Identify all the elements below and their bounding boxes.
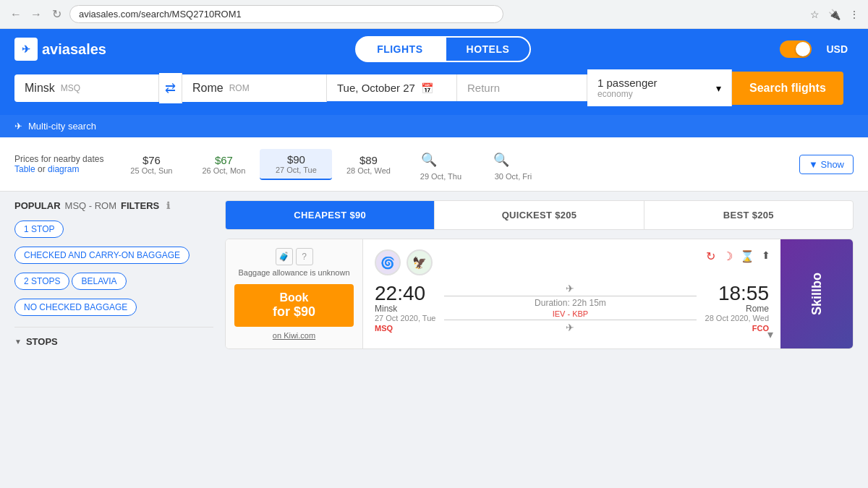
header-right: USD bbox=[780, 40, 854, 58]
arrow-line bbox=[444, 296, 696, 296]
date-label-4: 29 Oct, Thu bbox=[416, 172, 465, 181]
star-icon[interactable]: ☆ bbox=[810, 9, 820, 20]
book-label: Book bbox=[249, 291, 339, 304]
back-button[interactable]: ← bbox=[9, 7, 23, 22]
filter-checked-baggage[interactable]: CHECKED AND CARRY-ON BAGGAGE bbox=[14, 247, 190, 264]
passenger-field[interactable]: 1 passenger economy ▾ bbox=[587, 69, 732, 106]
filter-2-stops[interactable]: 2 STOPS bbox=[14, 273, 69, 290]
toggle-knob bbox=[796, 42, 810, 56]
address-text: aviasales.com/search/MSQ2710ROM1 bbox=[79, 9, 242, 20]
filter-belavia[interactable]: BELAVIA bbox=[72, 273, 126, 290]
sort-tab-best[interactable]: BEST $205 bbox=[644, 201, 853, 229]
nav-tabs: FLIGHTS HOTELS bbox=[121, 36, 765, 62]
table-label[interactable]: Table bbox=[14, 164, 35, 174]
passenger-class: economy bbox=[597, 89, 658, 99]
multi-city-icon: ✈ bbox=[14, 121, 22, 132]
airline-logo-2: 🦅 bbox=[407, 249, 433, 275]
share-icon[interactable]: ⬆ bbox=[762, 249, 770, 263]
filter-tags-row: 1 STOP bbox=[14, 218, 213, 240]
sidebar-title: POPULAR MSQ - ROM FILTERS ℹ bbox=[14, 200, 213, 211]
timer-icon[interactable]: ⌛ bbox=[740, 249, 754, 263]
stops-section[interactable]: ▼ STOPS bbox=[14, 327, 213, 347]
logo-icon: ✈ bbox=[14, 38, 38, 61]
diagram-label[interactable]: diagram bbox=[48, 164, 79, 174]
book-source[interactable]: on Kiwi.com bbox=[273, 331, 315, 340]
logo: ✈ aviasales bbox=[14, 38, 106, 61]
route-label: MSQ - ROM bbox=[65, 200, 117, 211]
date-prices-bar: Prices for nearby dates Table or diagram… bbox=[0, 137, 868, 192]
swap-button[interactable]: ⇄ bbox=[159, 73, 182, 103]
prices-label: Prices for nearby dates bbox=[14, 154, 103, 164]
address-bar[interactable]: aviasales.com/search/MSQ2710ROM1 bbox=[69, 5, 503, 23]
date-label-0: 25 Oct, Sun bbox=[127, 166, 176, 175]
date-label-1: 26 Oct, Mon bbox=[199, 166, 248, 175]
moon-icon[interactable]: ☽ bbox=[723, 249, 733, 263]
destination-city: Rome bbox=[192, 82, 224, 95]
date-cell-4[interactable]: 🔍 29 Oct, Thu bbox=[404, 143, 477, 185]
filter-tags-row-3: 2 STOPS BELAVIA bbox=[14, 270, 213, 292]
multi-city-bar[interactable]: ✈ Multi-city search bbox=[0, 115, 868, 137]
forward-button[interactable]: → bbox=[29, 7, 43, 22]
stops-label: STOPS bbox=[26, 336, 58, 347]
menu-icon[interactable]: ⋮ bbox=[849, 9, 859, 20]
date-cell-3[interactable]: $89 28 Oct, Wed bbox=[332, 150, 404, 179]
site-header: ✈ aviasales FLIGHTS HOTELS USD bbox=[0, 29, 868, 69]
return-placeholder: Return bbox=[467, 82, 500, 94]
sort-tab-quickest[interactable]: QUICKEST $205 bbox=[435, 201, 644, 229]
arrive-city: Rome bbox=[705, 304, 769, 314]
date-price-2: $90 bbox=[271, 153, 320, 166]
date-cell-5[interactable]: 🔍 30 Oct, Fri bbox=[477, 143, 549, 185]
sort-tabs: CHEAPEST $90 QUICKEST $205 BEST $205 bbox=[225, 200, 854, 230]
passenger-dropdown-icon: ▾ bbox=[716, 82, 721, 94]
filter-1-stop[interactable]: 1 STOP bbox=[14, 221, 64, 238]
booking-panel: 🧳 ? Baggage allowance is unknown Book fo… bbox=[226, 239, 363, 348]
extensions-icon[interactable]: 🔌 bbox=[828, 9, 841, 20]
origin-city: Minsk bbox=[25, 82, 55, 95]
baggage-icon-2: ? bbox=[296, 248, 313, 265]
filter-tags-row-4: NO CHECKED BAGGAGE bbox=[14, 296, 213, 318]
arrive-time: 18:55 bbox=[705, 283, 769, 304]
refresh-icon[interactable]: ↻ bbox=[706, 249, 715, 263]
book-button[interactable]: Book for $90 bbox=[234, 284, 354, 327]
ad-panel: Skillbo bbox=[780, 239, 853, 348]
expand-icon[interactable]: ▾ bbox=[767, 328, 773, 341]
show-more-button[interactable]: ▼ Show bbox=[799, 155, 854, 174]
airline-logo-1: 🌀 bbox=[375, 249, 401, 275]
info-icon: ℹ bbox=[166, 200, 170, 211]
baggage-icon-1: 🧳 bbox=[276, 248, 293, 265]
date-label-3: 28 Oct, Wed bbox=[344, 166, 393, 175]
origin-field[interactable]: Minsk MSQ bbox=[14, 74, 159, 102]
duration-text: Duration: 22h 15m bbox=[535, 298, 606, 308]
depart-code: MSQ bbox=[375, 324, 435, 333]
date-cell-1[interactable]: $67 26 Oct, Mon bbox=[187, 150, 260, 179]
passenger-info: 1 passenger economy bbox=[597, 77, 658, 99]
multi-city-label: Multi-city search bbox=[28, 121, 96, 132]
destination-field[interactable]: Rome ROM bbox=[182, 74, 327, 102]
search-button[interactable]: Search flights bbox=[732, 72, 843, 105]
theme-toggle[interactable] bbox=[780, 40, 812, 58]
date-label-5: 30 Oct, Fri bbox=[488, 172, 537, 181]
date-field[interactable]: Tue, October 27 📅 bbox=[327, 74, 457, 101]
departure-date: Tue, October 27 bbox=[337, 82, 415, 94]
hotels-tab[interactable]: HOTELS bbox=[445, 36, 532, 62]
browser-actions: ☆ 🔌 ⋮ bbox=[810, 9, 859, 20]
flight-row: 22:40 Minsk 27 Oct 2020, Tue MSQ ✈ Durat… bbox=[375, 283, 769, 333]
date-price-0: $76 bbox=[127, 154, 176, 166]
calendar-icon: 📅 bbox=[421, 82, 433, 94]
refresh-button[interactable]: ↻ bbox=[49, 7, 64, 22]
book-price: for $90 bbox=[249, 304, 339, 320]
price-info: Prices for nearby dates Table or diagram bbox=[14, 154, 103, 174]
arrive-info: 18:55 Rome 28 Oct 2020, Wed FCO bbox=[705, 283, 769, 333]
date-cell-2[interactable]: $90 27 Oct, Tue bbox=[260, 149, 332, 180]
flight-card: 🧳 ? Baggage allowance is unknown Book fo… bbox=[225, 239, 854, 349]
flight-details: 🌀 🦅 ↻ ☽ ⌛ ⬆ 22:40 Minsk 27 Oct 2020, Tue… bbox=[363, 239, 780, 348]
date-cell-0[interactable]: $76 25 Oct, Sun bbox=[115, 150, 187, 179]
return-field[interactable]: Return bbox=[457, 74, 587, 101]
popular-label: POPULAR bbox=[14, 200, 61, 211]
filter-tags-row-2: CHECKED AND CARRY-ON BAGGAGE bbox=[14, 244, 213, 266]
ad-title: Skillbo bbox=[802, 265, 832, 322]
currency-button[interactable]: USD bbox=[820, 40, 854, 58]
flights-tab[interactable]: FLIGHTS bbox=[355, 36, 444, 62]
filter-no-checked-baggage[interactable]: NO CHECKED BAGGAGE bbox=[14, 299, 137, 316]
sort-tab-cheapest[interactable]: CHEAPEST $90 bbox=[226, 201, 435, 229]
